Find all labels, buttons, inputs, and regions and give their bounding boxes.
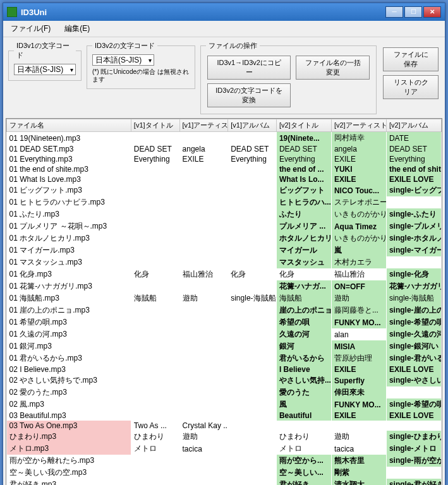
table-row[interactable]: 01 19(Nineteen).mp319(Ninete...岡村靖幸DATE <box>7 132 442 145</box>
cell <box>131 398 179 410</box>
table-row[interactable]: 01 プルメリア ～花唄～.mp3プルメリア ...Aqua Timezsing… <box>7 220 442 232</box>
cell <box>131 184 179 196</box>
table-row[interactable]: 01 ホタルノヒカリ.mp3ホタルノヒカリいきものがかりsingle-ホタルノヒ <box>7 232 442 244</box>
table-row[interactable]: 02 愛のうた.mp3愛のうた倖田來未 <box>7 386 442 398</box>
cell <box>228 232 277 244</box>
minimize-button[interactable]: ─ <box>385 6 403 18</box>
rename-files-button[interactable]: ファイル名の一括変更 <box>296 56 370 80</box>
cell <box>228 455 277 467</box>
table-row[interactable]: 雨が空から離れたら.mp3雨が空から...熊木杏里single-雨が空か <box>7 455 442 467</box>
cell: EXILE <box>331 364 386 374</box>
table-row[interactable]: 01 化身.mp3化身福山雅治化身化身福山雅治single-化身 <box>7 268 442 280</box>
cell <box>179 455 228 467</box>
table-row[interactable]: 02 やさしい気持ちで.mp3やさしい気持...Superflysingle-や… <box>7 374 442 386</box>
cell <box>131 174 179 184</box>
table-row[interactable]: 空～美しい我の空.mp3空～美しい...剛紫 <box>7 467 442 479</box>
table-row[interactable]: 02 I Believe.mp3I BelieveEXILEEXILE LOVE <box>7 364 442 374</box>
close-button[interactable]: ✕ <box>423 6 441 18</box>
cell: 海賊船 <box>131 292 179 304</box>
table-row[interactable]: 01 銀河.mp3銀河MISIAsingle-銀河/い <box>7 340 442 352</box>
clear-list-button[interactable]: リストのクリア <box>383 75 439 99</box>
table-row[interactable]: ひまわり.mp3ひまわり遊助ひまわり遊助single-ひまわり <box>7 431 442 443</box>
table-row[interactable]: 01 久遠の河.mp3久遠の河alansingle-久遠の河 <box>7 328 442 340</box>
table-row[interactable]: 01 希望の唄.mp3希望の唄FUNKY MO...single-希望の唄 <box>7 316 442 328</box>
table-row[interactable]: 01 ヒトヒラのハナビラ.mp3ヒトヒラのハ...ステレオポニー <box>7 196 442 208</box>
cell: 雨が空から離れたら.mp3 <box>7 455 131 467</box>
cell: 02 風.mp3 <box>7 398 131 410</box>
cell: What Is Lo... <box>276 174 331 184</box>
copy-v1-to-v2-button[interactable]: ID3v1→ID3v2にコピー <box>207 56 291 80</box>
cell <box>228 304 277 316</box>
cell: 化身 <box>228 268 277 280</box>
cell <box>179 174 228 184</box>
save-file-button[interactable]: ファイルに保存 <box>383 47 439 71</box>
table-row[interactable]: 01 What Is Love.mp3What Is Lo...EXILEEXI… <box>7 174 442 184</box>
cell: 01 プルメリア ～花唄～.mp3 <box>7 220 131 232</box>
cell: 02 愛のうた.mp3 <box>7 386 131 398</box>
table-row[interactable]: 01 マイガール.mp3マイガール嵐single-マイガー <box>7 244 442 256</box>
table-row[interactable]: 03 Beautiful.mp3BeautifulEXILEEXILE LOVE <box>7 410 442 421</box>
table-row[interactable]: 03 Two As One.mp3Two As ...Crystal Kay .… <box>7 421 442 431</box>
cell: 01 花篝-ハナガガリ.mp3 <box>7 280 131 292</box>
table-row[interactable]: 01 マスタッシュ.mp3マスタッシュ木村カエラ <box>7 256 442 268</box>
cell: single-君がいる <box>386 352 441 364</box>
cell: いきものがかり <box>331 208 386 220</box>
table-row[interactable]: 01 Everything.mp3EverythingEXILEEverythi… <box>7 154 442 164</box>
cell: DEAD SET <box>228 144 277 154</box>
cell <box>131 340 179 352</box>
cell <box>131 132 179 145</box>
group-file-ops: ファイルの操作 ID3v1→ID3v2にコピー ID3v2の文字コードを変換 フ… <box>200 41 377 114</box>
table-row[interactable]: 01 君がいるから.mp3君がいるから菅原紗由理single-君がいる <box>7 352 442 364</box>
col-v2-artist[interactable]: [v2]アーティスト <box>331 119 386 132</box>
cell: 花篝-ハナガ... <box>276 280 331 292</box>
cell: Crystal Kay ... <box>179 421 228 431</box>
table-row[interactable]: 01 海賊船.mp3海賊船遊助single-海賊船海賊船遊助single-海賊船 <box>7 292 442 304</box>
col-v2-album[interactable]: [v2]アルバム <box>386 119 441 132</box>
cell: alan <box>331 328 386 340</box>
cell: ひまわり.mp3 <box>7 431 131 443</box>
cell <box>228 374 277 386</box>
cell: 19(Ninete... <box>276 132 331 145</box>
convert-encoding-button[interactable]: ID3v2の文字コードを変換 <box>207 83 291 107</box>
cell <box>179 386 228 398</box>
cell: 君が好き.mp3 <box>7 479 131 485</box>
table-row[interactable]: 01 花篝-ハナガガリ.mp3花篝-ハナガ...ON=OFF花篝-ハナガガリー <box>7 280 442 292</box>
cell <box>386 256 441 268</box>
table-row[interactable]: メトロ.mp3メトロtacicaメトロtacicasingle-メトロ <box>7 443 442 455</box>
col-filename[interactable]: ファイル名 <box>7 119 131 132</box>
menu-file[interactable]: ファイル(F) <box>7 22 54 35</box>
table-row[interactable]: 02 風.mp3風FUNKY MO...single-希望の唄 <box>7 398 442 410</box>
cell: 01 マイガール.mp3 <box>7 244 131 256</box>
cell <box>131 316 179 328</box>
table-row[interactable]: 01 DEAD SET.mp3DEAD SETangelaDEAD SETDEA… <box>7 144 442 154</box>
cell: Everything <box>228 154 277 164</box>
table-row[interactable]: 01 the end of shite.mp3the end of ...YUK… <box>7 164 442 174</box>
table-row[interactable]: 01 ビッグフット.mp3ビッグフットNICO Touc...single-ビッ… <box>7 184 442 196</box>
table-row[interactable]: 君が好き.mp3君が好き清水翔太single-君が好き <box>7 479 442 485</box>
cell <box>179 398 228 410</box>
cell <box>228 174 277 184</box>
cell <box>131 352 179 364</box>
maximize-button[interactable]: ☐ <box>404 6 422 18</box>
cell: 01 ふたり.mp3 <box>7 208 131 220</box>
menu-edit[interactable]: 編集(E) <box>61 22 94 35</box>
col-v1-album[interactable]: [v1]アルバム <box>228 119 277 132</box>
cell: ヒトヒラのハ... <box>276 196 331 208</box>
table-row[interactable]: 01 ふたり.mp3ふたりいきものがかりsingle-ふたり <box>7 208 442 220</box>
v2-encoding-select[interactable]: 日本語(S-JIS) <box>92 54 154 66</box>
file-table-container[interactable]: ファイル名 [v1]タイトル [v1]アーティスト [v1]アルバム [v2]タ… <box>6 118 442 485</box>
cell <box>131 374 179 386</box>
v1-encoding-select[interactable]: 日本語(S-JIS) <box>14 64 76 75</box>
col-v1-artist[interactable]: [v1]アーティスト <box>179 119 228 132</box>
cell <box>179 304 228 316</box>
cell <box>131 304 179 316</box>
cell: 化身 <box>276 268 331 280</box>
cell <box>179 256 228 268</box>
col-v2-title[interactable]: [v2]タイトル <box>276 119 331 132</box>
app-icon <box>7 7 17 17</box>
cell <box>179 352 228 364</box>
col-v1-title[interactable]: [v1]タイトル <box>131 119 179 132</box>
cell: Everything <box>131 154 179 164</box>
table-row[interactable]: 01 崖の上のポニョ.mp3崖の上のポニョ藤岡藤巻と...single-崖の上の <box>7 304 442 316</box>
cell: 01 崖の上のポニョ.mp3 <box>7 304 131 316</box>
